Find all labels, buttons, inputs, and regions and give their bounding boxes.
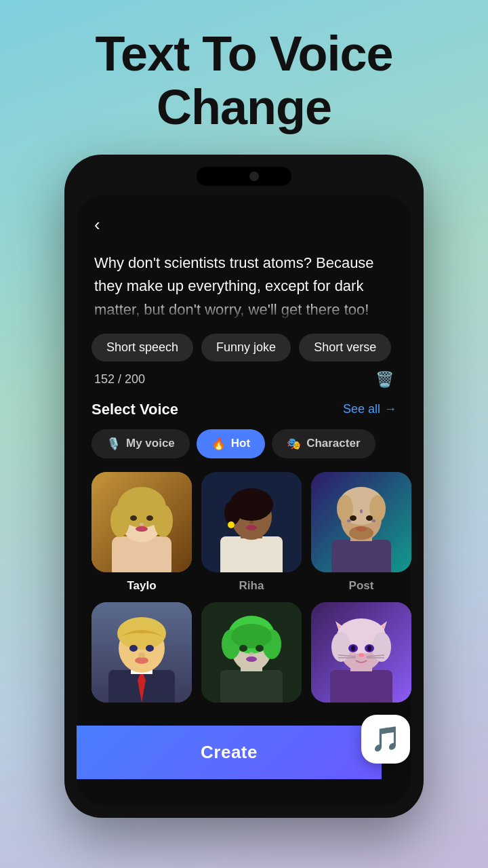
counter-row: 152 / 200 🗑️ xyxy=(92,371,396,389)
voice-avatar-post xyxy=(311,472,411,572)
voice-avatar-riha xyxy=(201,472,302,572)
tab-hot[interactable]: 🔥 Hot xyxy=(197,429,265,458)
svg-point-20 xyxy=(256,514,263,519)
svg-point-59 xyxy=(249,652,253,655)
svg-point-30 xyxy=(347,519,351,522)
svg-point-46 xyxy=(135,657,148,664)
character-icon: 🎭 xyxy=(287,437,301,451)
voice-card-riha[interactable]: Riha xyxy=(201,472,302,593)
microphone-icon: 🎙️ xyxy=(106,437,121,451)
phone-frame: ‹ Why don't scientists trust atoms? Beca… xyxy=(64,155,424,818)
voice-name-riha: Riha xyxy=(239,579,264,593)
tab-character[interactable]: 🎭 Character xyxy=(272,429,375,458)
svg-point-33 xyxy=(350,515,357,521)
svg-point-31 xyxy=(371,519,375,522)
voice-name-post: Post xyxy=(349,579,374,593)
voice-name-taylo: Taylo xyxy=(127,579,156,593)
svg-point-17 xyxy=(224,500,241,525)
svg-point-19 xyxy=(240,514,247,519)
svg-point-45 xyxy=(146,645,154,652)
chip-short-speech[interactable]: Short speech xyxy=(92,334,193,361)
svg-point-18 xyxy=(228,521,235,528)
voice-avatar-cat xyxy=(311,602,411,703)
svg-point-74 xyxy=(367,646,371,651)
svg-point-21 xyxy=(246,525,257,530)
delete-icon[interactable]: 🗑️ xyxy=(375,371,394,389)
voice-card-cat[interactable] xyxy=(311,602,411,709)
svg-point-55 xyxy=(231,624,272,648)
camera-dot xyxy=(249,172,259,181)
svg-point-56 xyxy=(239,645,247,652)
voice-avatar-taylo xyxy=(92,472,192,572)
svg-point-75 xyxy=(359,653,364,657)
chips-row: Short speech Funny joke Short verse xyxy=(92,334,396,361)
voice-card-taylo[interactable]: Taylo xyxy=(92,472,192,593)
svg-point-73 xyxy=(351,646,355,651)
voices-grid: Taylo xyxy=(92,472,396,716)
svg-point-9 xyxy=(146,515,153,521)
svg-rect-24 xyxy=(331,540,391,572)
svg-rect-13 xyxy=(220,536,283,572)
svg-point-11 xyxy=(140,523,144,526)
text-display: Why don't scientists trust atoms? Becaus… xyxy=(92,252,396,321)
svg-point-6 xyxy=(110,505,129,537)
music-icon: 🎵 xyxy=(371,725,401,753)
page-title: Text To VoiceChange xyxy=(54,0,433,155)
voice-tabs: 🎙️ My voice 🔥 Hot 🎭 Character xyxy=(92,429,396,458)
svg-rect-61 xyxy=(330,670,392,703)
svg-point-57 xyxy=(256,645,264,652)
voice-section-header: Select Voice See all → xyxy=(92,401,396,418)
svg-point-32 xyxy=(360,509,363,513)
voice-avatar-billie xyxy=(201,602,302,703)
voice-card-billie[interactable] xyxy=(201,602,302,709)
svg-point-8 xyxy=(130,515,137,521)
svg-point-36 xyxy=(356,526,367,532)
svg-point-7 xyxy=(154,505,173,537)
svg-rect-49 xyxy=(220,670,283,703)
tab-character-label: Character xyxy=(306,437,360,450)
svg-point-34 xyxy=(366,515,373,521)
svg-point-58 xyxy=(246,656,257,662)
svg-point-22 xyxy=(249,521,253,524)
fire-icon: 🔥 xyxy=(211,437,226,451)
voice-section-title: Select Voice xyxy=(92,401,178,418)
back-button[interactable]: ‹ xyxy=(92,209,103,241)
tab-my-voice[interactable]: 🎙️ My voice xyxy=(92,429,190,458)
voice-card-post[interactable]: Post xyxy=(311,472,411,593)
create-button[interactable]: Create xyxy=(201,742,258,763)
voice-avatar-trump xyxy=(92,602,192,703)
music-fab-button[interactable]: 🎵 xyxy=(361,715,410,764)
tab-hot-label: Hot xyxy=(231,437,250,450)
phone-notch xyxy=(197,167,291,186)
svg-point-10 xyxy=(136,526,148,532)
see-all-button[interactable]: See all → xyxy=(343,402,396,416)
chip-short-verse[interactable]: Short verse xyxy=(299,334,391,361)
svg-point-44 xyxy=(129,645,138,652)
create-button-container[interactable]: Create xyxy=(77,726,382,779)
char-counter: 152 / 200 xyxy=(94,372,145,387)
voice-card-trump[interactable] xyxy=(92,602,192,709)
tab-my-voice-label: My voice xyxy=(126,437,175,450)
phone-screen: ‹ Why don't scientists trust atoms? Beca… xyxy=(77,195,411,806)
svg-point-47 xyxy=(138,652,145,658)
chip-funny-joke[interactable]: Funny joke xyxy=(201,334,291,361)
